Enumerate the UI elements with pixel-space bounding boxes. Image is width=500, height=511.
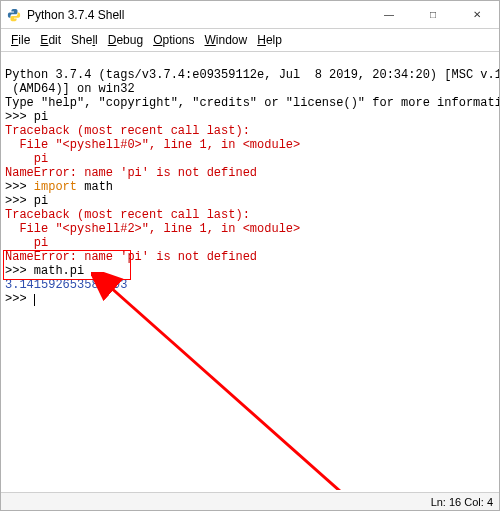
minimize-button[interactable]: — [367,1,411,28]
prompt: >>> [5,292,34,306]
prompt: >>> [5,194,34,208]
window-title: Python 3.7.4 Shell [27,8,367,22]
cursor-position: Ln: 16 Col: 4 [431,496,493,508]
window-controls: — □ ✕ [367,1,499,28]
maximize-button[interactable]: □ [411,1,455,28]
traceback-file: File "<pyshell#2>", line 1, in <module> [5,222,300,236]
banner-line: (AMD64)] on win32 [5,82,135,96]
output-line: 3.141592653589793 [5,278,127,292]
traceback-file: File "<pyshell#0>", line 1, in <module> [5,138,300,152]
menu-help[interactable]: Help [253,31,286,49]
annotation-arrow [91,272,351,490]
console-area[interactable]: Python 3.7.4 (tags/v3.7.4:e09359112e, Ju… [1,52,499,490]
prompt: >>> [5,180,34,194]
menu-file[interactable]: File [7,31,34,49]
input-line: math [77,180,113,194]
traceback-error: NameError: name 'pi' is not defined [5,166,257,180]
traceback-header: Traceback (most recent call last): [5,124,250,138]
menu-options[interactable]: Options [149,31,198,49]
input-line: pi [34,194,48,208]
menu-bar: File Edit Shell Debug Options Window Hel… [1,29,499,52]
title-bar: Python 3.7.4 Shell — □ ✕ [1,1,499,29]
menu-window[interactable]: Window [201,31,252,49]
menu-edit[interactable]: Edit [36,31,65,49]
input-line: pi [34,110,48,124]
traceback-header: Traceback (most recent call last): [5,208,250,222]
traceback-code: pi [5,152,48,166]
svg-line-0 [109,286,341,490]
text-cursor [34,294,35,306]
status-bar: Ln: 16 Col: 4 [1,492,499,510]
menu-debug[interactable]: Debug [104,31,147,49]
python-icon [7,8,21,22]
banner-line: Python 3.7.4 (tags/v3.7.4:e09359112e, Ju… [5,68,499,82]
close-button[interactable]: ✕ [455,1,499,28]
prompt: >>> [5,110,34,124]
keyword-import: import [34,180,77,194]
highlight-box [3,250,131,280]
banner-line: Type "help", "copyright", "credits" or "… [5,96,499,110]
traceback-code: pi [5,236,48,250]
menu-shell[interactable]: Shell [67,31,102,49]
